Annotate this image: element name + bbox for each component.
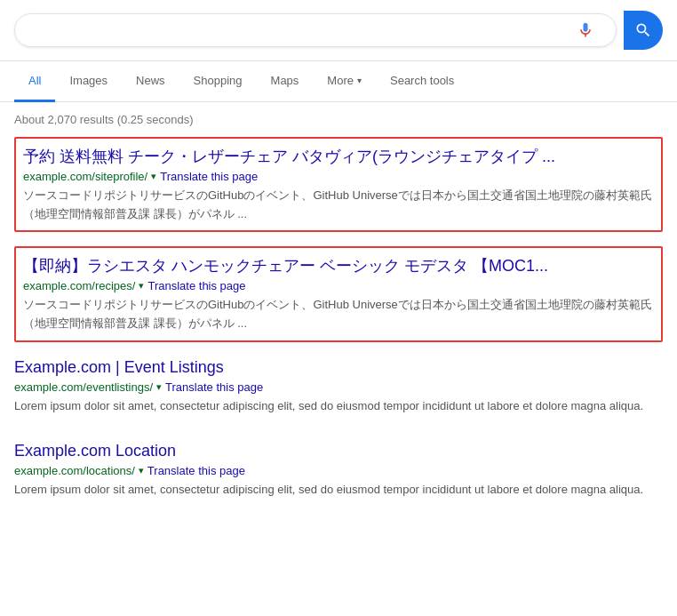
search-button[interactable] (624, 11, 663, 50)
result-dropdown-arrow-3[interactable]: ▾ (156, 381, 162, 393)
result-snippet-2: ソースコードリポジトリサービスのGitHubのイベント、GitHub Unive… (23, 296, 654, 332)
result-translate-4[interactable]: Translate this page (147, 464, 245, 477)
tab-news[interactable]: News (122, 61, 179, 102)
tab-images[interactable]: Images (55, 61, 122, 102)
result-title-3[interactable]: Example.com | Event Listings (14, 356, 663, 379)
nav-tabs: All Images News Shopping Maps More ▾ Sea… (0, 61, 677, 102)
tab-shopping[interactable]: Shopping (179, 61, 257, 102)
result-snippet-3: Lorem ipsum dolor sit amet, consectetur … (14, 397, 663, 416)
result-dropdown-arrow-4[interactable]: ▾ (139, 465, 144, 476)
result-title-4[interactable]: Example.com Location (14, 440, 663, 462)
result-url-1: example.com/siteprofile/ (23, 170, 147, 183)
result-title-2[interactable]: 【即納】ラシエスタ ハンモックチェアー ベーシック モデスタ 【MOC1... (23, 255, 654, 277)
result-dropdown-arrow-1[interactable]: ▾ (151, 171, 156, 182)
result-dropdown-arrow-2[interactable]: ▾ (139, 280, 144, 292)
mic-button[interactable] (577, 21, 594, 39)
result-snippet-4: Lorem ipsum dolor sit amet, consectetur … (14, 481, 663, 500)
tab-more[interactable]: More ▾ (313, 61, 376, 102)
result-translate-3[interactable]: Translate this page (165, 380, 263, 394)
result-url-3: example.com/eventlistings/ (14, 380, 153, 394)
search-input[interactable]: site:example.com/ (29, 22, 577, 38)
result-url-row-4: example.com/locations/ ▾ Translate this … (14, 464, 663, 477)
results-container: 予約 送料無料 チーク・レザーチェア バタヴィア(ラウンジチェアタイプ ... … (0, 137, 677, 500)
mic-icon (577, 21, 594, 39)
tab-maps[interactable]: Maps (257, 61, 314, 102)
chevron-down-icon: ▾ (357, 76, 362, 85)
result-url-2: example.com/recipes/ (23, 279, 135, 292)
result-url-row-1: example.com/siteprofile/ ▾ Translate thi… (23, 170, 654, 183)
search-bar: site:example.com/ (0, 0, 677, 61)
tab-all[interactable]: All (14, 61, 55, 102)
result-item-1: 予約 送料無料 チーク・レザーチェア バタヴィア(ラウンジチェアタイプ ... … (14, 137, 663, 232)
result-item-2: 【即納】ラシエスタ ハンモックチェアー ベーシック モデスタ 【MOC1... … (14, 246, 663, 341)
result-url-row-2: example.com/recipes/ ▾ Translate this pa… (23, 279, 654, 292)
tab-search-tools[interactable]: Search tools (376, 61, 468, 102)
search-icon (634, 21, 652, 39)
search-input-container: site:example.com/ (14, 13, 617, 47)
result-title-1[interactable]: 予約 送料無料 チーク・レザーチェア バタヴィア(ラウンジチェアタイプ ... (23, 146, 654, 168)
result-item-3: Example.com | Event Listings example.com… (14, 356, 663, 416)
result-snippet-1: ソースコードリポジトリサービスのGitHubのイベント、GitHub Unive… (23, 187, 654, 223)
result-translate-1[interactable]: Translate this page (160, 170, 258, 183)
result-item-4: Example.com Location example.com/locatio… (14, 440, 663, 500)
result-url-4: example.com/locations/ (14, 464, 135, 477)
result-url-row-3: example.com/eventlistings/ ▾ Translate t… (14, 380, 663, 394)
results-info: About 2,070 results (0.25 seconds) (0, 102, 677, 137)
result-translate-2[interactable]: Translate this page (147, 279, 245, 292)
